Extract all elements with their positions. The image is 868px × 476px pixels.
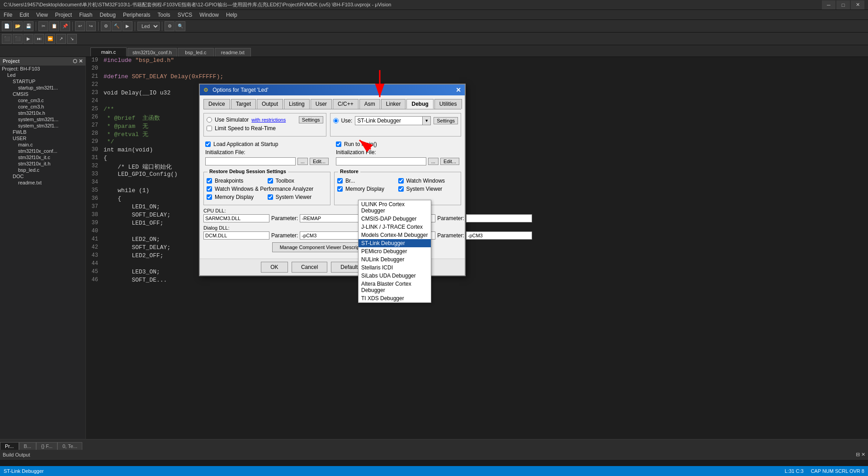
cancel-button[interactable]: Cancel [292,262,327,273]
tree-item[interactable]: CMSIS [0,91,85,97]
limit-speed-checkbox[interactable] [207,126,212,131]
right-watch-windows-checkbox[interactable] [398,178,404,184]
watch-windows-checkbox[interactable] [207,186,212,192]
tree-item[interactable]: startup_stm32f1... [0,85,85,91]
debugger-combo-arrow[interactable]: ▼ [422,117,430,125]
run-to-main-checkbox[interactable] [336,141,341,147]
right-breakpoints-checkbox[interactable] [337,178,343,184]
toolbox-checkbox[interactable] [268,178,273,184]
simulator-radio[interactable] [207,117,212,123]
dropdown-item[interactable]: TI XDS Debugger [359,294,431,302]
dropdown-item[interactable]: PEMicro Debugger [359,247,431,255]
dialog-tab-linker[interactable]: Linker [381,99,406,109]
menu-item-peripherals[interactable]: Peripherals [119,10,154,19]
dialog-tab-debug[interactable]: Debug [406,99,433,109]
dialog-tab-target[interactable]: Target [231,99,256,109]
line-content[interactable]: #define SOFT_DELAY Delay(0xFFFFF); [102,73,868,81]
tab-stm32f10x-conf-h[interactable]: stm32f10x_conf.h [127,48,177,57]
close-button[interactable]: ✕ [851,0,864,9]
tree-item[interactable]: Project: BH-F103 [0,66,85,72]
redo-button[interactable]: ↪ [86,21,96,31]
tab-readme-txt[interactable]: readme.txt [215,48,251,57]
tree-item[interactable]: readme.txt [0,179,85,186]
tree-item[interactable]: bsp_led.c [0,167,85,173]
dropdown-item[interactable]: Stellaris ICDI [359,264,431,272]
options-button[interactable]: ⚙ [165,21,175,31]
paste-button[interactable]: 📌 [60,21,70,31]
maximize-button[interactable]: □ [836,0,850,9]
cpu-param-input[interactable] [300,214,366,222]
bottom-tab-0[interactable]: Pr... [0,442,19,450]
load-app-checkbox[interactable] [205,141,211,147]
init-file-edit-btn[interactable]: Edit... [310,158,329,165]
bottom-tab-1[interactable]: B... [19,442,37,450]
dialog-dll-left-input[interactable] [203,231,269,240]
tree-item[interactable]: core_cm3.c [0,97,85,104]
tb2-btn2[interactable]: ⬛ [13,34,23,44]
build-button[interactable]: ⚙ [101,21,111,31]
bottom-tab-2[interactable]: {} F... [36,442,57,450]
dialog-tab-asm[interactable]: Asm [359,99,380,109]
line-content[interactable] [102,65,868,73]
save-button[interactable]: 💾 [24,21,33,31]
line-content[interactable]: #include "bsp_led.h" [102,57,868,65]
dialog-tab-c-c--[interactable]: C/C++ [333,99,359,109]
dropdown-item[interactable]: ULINK Pro Cortex Debugger [359,200,431,215]
dropdown-item[interactable]: ST-Link Debugger [359,239,431,247]
dropdown-item[interactable]: SiLabs UDA Debugger [359,272,431,280]
tb2-btn5[interactable]: ⏩ [45,34,55,44]
simulator-settings-button[interactable]: Settings [299,116,323,123]
tree-item[interactable]: stm32f10x_it.c [0,154,85,160]
dialog-param-left-input[interactable] [300,231,366,240]
menu-item-file[interactable]: File [0,10,16,19]
restrictions-link[interactable]: with restrictions [251,117,286,123]
open-file-button[interactable]: 📂 [13,21,23,31]
debugger-combo[interactable]: ST-Link Debugger ▼ [355,116,431,125]
tree-item[interactable]: stm32f10x_it.h [0,160,85,167]
tree-item[interactable]: STARTUP [0,78,85,85]
dropdown-item[interactable]: Models Cortex-M Debugger [359,231,431,239]
init-file-input[interactable] [205,157,296,165]
debug-button[interactable]: ▶ [123,21,132,31]
tb2-btn3[interactable]: ▶ [24,34,33,44]
tree-item[interactable]: USER [0,135,85,141]
tree-item[interactable]: DOC [0,173,85,179]
dialog-tab-listing[interactable]: Listing [284,99,310,109]
driver-param-input[interactable] [466,214,532,222]
dropdown-item[interactable]: J-LINK / J-TRACE Cortex [359,223,431,231]
tb2-btn6[interactable]: ↗ [56,34,66,44]
tree-item[interactable]: stm32f10x_conf... [0,148,85,154]
tab-main-c[interactable]: main.c [90,47,127,57]
tree-item[interactable]: system_stm32f1... [0,116,85,123]
menu-item-debug[interactable]: Debug [96,10,119,19]
copy-button[interactable]: 📋 [49,21,59,31]
search-button[interactable]: 🔍 [175,21,185,31]
target-combo[interactable]: Led [137,22,160,31]
memory-display-checkbox[interactable] [207,194,212,200]
cut-button[interactable]: ✂ [38,21,48,31]
menu-item-help[interactable]: Help [222,10,241,19]
tb2-btn7[interactable]: ↘ [67,34,77,44]
rebuild-button[interactable]: 🔨 [112,21,122,31]
line-content[interactable]: SOFT_DE... [102,277,868,285]
tree-item[interactable]: FWLB [0,129,85,135]
init-file-browse-btn[interactable]: ... [297,158,308,165]
dropdown-item[interactable]: NULink Debugger [359,255,431,264]
tree-item[interactable]: core_cm3.h [0,104,85,110]
use-settings-button[interactable]: Settings [434,117,458,124]
tree-item[interactable]: Led [0,72,85,78]
dialog-tab-device[interactable]: Device [203,99,230,109]
dialog-tab-utilities[interactable]: Utilities [434,99,462,109]
dialog-close-button[interactable]: ✕ [456,86,461,94]
dialog-param-right-input[interactable] [466,231,532,240]
ok-button[interactable]: OK [261,262,288,273]
tab-bsp-led-c[interactable]: bsp_led.c [178,48,214,57]
undo-button[interactable]: ↩ [75,21,85,31]
init-file-right-browse-btn[interactable]: ... [428,158,439,165]
menu-item-project[interactable]: Project [52,10,75,19]
menu-item-window[interactable]: Window [196,10,222,19]
bottom-tab-3[interactable]: 0, Te... [57,442,82,450]
menu-item-tools[interactable]: Tools [154,10,174,19]
tree-item[interactable]: system_stm32f1... [0,123,85,129]
dropdown-item[interactable]: CMSIS-DAP Debugger [359,215,431,223]
